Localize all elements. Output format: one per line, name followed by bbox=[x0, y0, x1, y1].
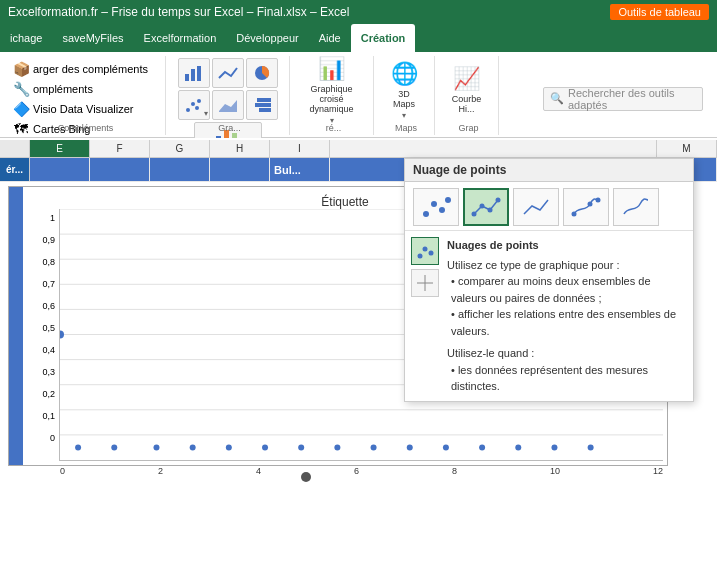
hbar-chart-btn[interactable] bbox=[246, 90, 278, 120]
col-header-f[interactable]: F bbox=[90, 140, 150, 157]
y-label-0: 0 bbox=[50, 433, 55, 443]
tab-ichage[interactable]: ichage bbox=[0, 24, 52, 52]
charger-complements-btn[interactable]: 📦 arger des compléments bbox=[10, 60, 157, 78]
tab-excelformation[interactable]: Excelformation bbox=[134, 24, 227, 52]
y-label-08: 0,8 bbox=[42, 257, 55, 267]
ribbon-body: 📦 arger des compléments 🔧 ompléments 🔷 V… bbox=[0, 52, 717, 138]
nuage-title: Nuages de points bbox=[447, 237, 687, 254]
group-graphiques: ▾ Graphiquesrecommandés Gra... bbox=[170, 56, 290, 135]
pie-chart-btn[interactable] bbox=[246, 58, 278, 88]
nuage-header-text: Nuage de points bbox=[413, 163, 506, 177]
svg-point-19 bbox=[472, 212, 477, 217]
bar-chart-btn[interactable] bbox=[178, 58, 210, 88]
line-chart-btn[interactable] bbox=[212, 58, 244, 88]
nuage-text-col: Nuages de points Utilisez ce type de gra… bbox=[447, 237, 687, 395]
cell-i-sel[interactable]: Bul... bbox=[270, 158, 330, 181]
svg-point-55 bbox=[588, 444, 594, 450]
search-placeholder: Rechercher des outils adaptés bbox=[568, 87, 696, 111]
col-header-g[interactable]: G bbox=[150, 140, 210, 157]
scatter-icon-2[interactable] bbox=[463, 188, 509, 226]
3dmaps-arrow: ▾ bbox=[402, 111, 406, 120]
scatter-icon-1[interactable] bbox=[413, 188, 459, 226]
col-header-m[interactable]: M bbox=[657, 140, 717, 157]
search-tools-box[interactable]: 🔍 Rechercher des outils adaptés bbox=[543, 87, 703, 111]
y-label-03: 0,3 bbox=[42, 367, 55, 377]
svg-rect-1 bbox=[191, 69, 195, 81]
nuage-icon-grid-btn[interactable] bbox=[411, 269, 439, 297]
col-header-i[interactable]: I bbox=[270, 140, 330, 157]
scatter-chart-small-btn[interactable]: ▾ bbox=[178, 90, 210, 120]
x-label-2: 2 bbox=[158, 466, 163, 476]
charts-row-1 bbox=[178, 58, 278, 88]
scatter-icon-3[interactable] bbox=[513, 188, 559, 226]
area-chart-btn[interactable] bbox=[212, 90, 244, 120]
svg-point-44 bbox=[190, 444, 196, 450]
svg-point-41 bbox=[75, 444, 81, 450]
svg-point-7 bbox=[195, 106, 199, 110]
visio-label: Visio Data Visualizer bbox=[33, 103, 133, 115]
nuage-bullet3: • les données représentent des mesures d… bbox=[447, 362, 687, 395]
tab-creation[interactable]: Création bbox=[351, 24, 416, 52]
y-label-02: 0,2 bbox=[42, 389, 55, 399]
nuage-popup: Nuage de points bbox=[404, 158, 694, 402]
add-icon: 📦 bbox=[13, 61, 29, 77]
row-num-header bbox=[0, 140, 30, 157]
col-header-e[interactable]: E bbox=[30, 140, 90, 157]
cell-f-sel[interactable] bbox=[90, 158, 150, 181]
cell-e-sel[interactable] bbox=[30, 158, 90, 181]
svg-marker-8 bbox=[219, 100, 237, 112]
courbe-label: Courbe Hi... bbox=[445, 94, 489, 114]
group-courbe: 📈 Courbe Hi... Grap bbox=[439, 56, 499, 135]
svg-point-42 bbox=[111, 444, 117, 450]
scroll-dot bbox=[301, 472, 311, 482]
visio-icon: 🔷 bbox=[13, 101, 29, 117]
svg-point-49 bbox=[371, 444, 377, 450]
croise-icon: 📊 bbox=[318, 56, 345, 82]
nuage-icons-col bbox=[411, 237, 441, 395]
svg-point-5 bbox=[191, 102, 195, 106]
tab-developpeur[interactable]: Développeur bbox=[226, 24, 308, 52]
svg-point-23 bbox=[572, 212, 577, 217]
title-text: Excelformation.fr – Frise du temps sur E… bbox=[8, 5, 349, 19]
svg-point-24 bbox=[588, 202, 593, 207]
complements-label: ompléments bbox=[33, 83, 93, 95]
tab-savemyfiles[interactable]: saveMyFiles bbox=[52, 24, 133, 52]
3d-maps-btn[interactable]: 🌐 3DMaps ▾ bbox=[382, 62, 426, 118]
svg-point-28 bbox=[429, 251, 434, 256]
nuage-header: Nuage de points bbox=[405, 159, 693, 182]
tab-aide[interactable]: Aide bbox=[309, 24, 351, 52]
y-label-07: 0,7 bbox=[42, 279, 55, 289]
svg-point-26 bbox=[418, 254, 423, 259]
complements-btn[interactable]: 🔧 ompléments bbox=[10, 80, 157, 98]
svg-rect-10 bbox=[255, 103, 271, 107]
svg-point-46 bbox=[262, 444, 268, 450]
x-label-6: 6 bbox=[354, 466, 359, 476]
graphique-croise-btn[interactable]: 📊 Graphique croisédynamique ▾ bbox=[310, 62, 354, 118]
svg-point-50 bbox=[407, 444, 413, 450]
graphiques-group-label: Gra... bbox=[170, 123, 289, 133]
courbe-btn[interactable]: 📈 Courbe Hi... bbox=[445, 62, 489, 118]
nuage-content: Nuages de points Utilisez ce type de gra… bbox=[405, 231, 693, 401]
x-label-12: 12 bbox=[653, 466, 663, 476]
nuage-icon-dots-btn[interactable] bbox=[411, 237, 439, 265]
chart-left-band bbox=[9, 187, 23, 465]
svg-point-22 bbox=[496, 198, 501, 203]
group-complements: 📦 arger des compléments 🔧 ompléments 🔷 V… bbox=[6, 56, 166, 135]
svg-rect-9 bbox=[257, 98, 271, 102]
svg-rect-11 bbox=[259, 108, 271, 112]
nuage-desc1: Utilisez ce type de graphique pour : bbox=[447, 257, 687, 274]
svg-point-54 bbox=[551, 444, 557, 450]
col-header-h[interactable]: H bbox=[210, 140, 270, 157]
cell-g-sel[interactable] bbox=[150, 158, 210, 181]
x-label-4: 4 bbox=[256, 466, 261, 476]
cell-h-sel[interactable] bbox=[210, 158, 270, 181]
3dmaps-group-label: Maps bbox=[378, 123, 434, 133]
scatter-icon-4[interactable] bbox=[563, 188, 609, 226]
svg-point-48 bbox=[334, 444, 340, 450]
3dmaps-icon: 🌐 bbox=[391, 61, 418, 87]
group-croise: 📊 Graphique croisédynamique ▾ ré... bbox=[294, 56, 374, 135]
svg-point-16 bbox=[431, 201, 437, 207]
visio-btn[interactable]: 🔷 Visio Data Visualizer bbox=[10, 100, 157, 118]
scatter-icon-5[interactable] bbox=[613, 188, 659, 226]
ribbon-tabs-wrapper: ichage saveMyFiles Excelformation Dévelo… bbox=[0, 24, 717, 52]
